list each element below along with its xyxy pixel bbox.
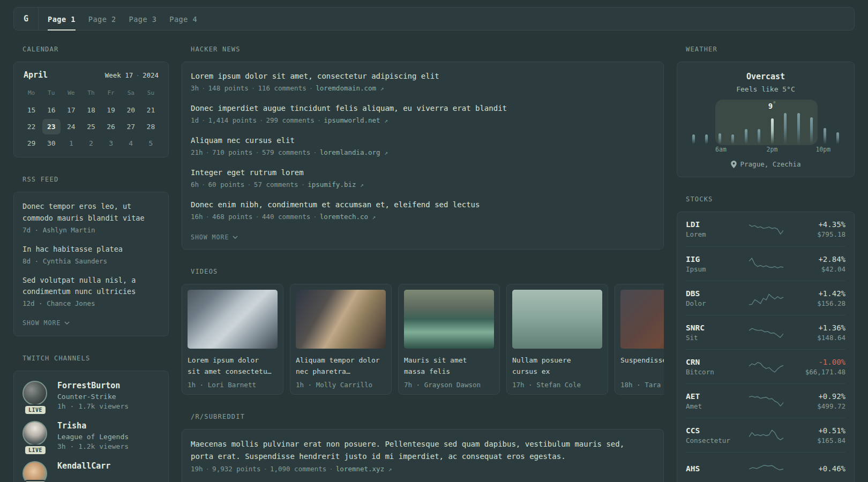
stock-row[interactable]: AET Amet +0.92% $499.72 [686, 383, 845, 418]
stock-ticker: SNRC [686, 323, 746, 332]
stock-values: +1.36% $148.64 [787, 323, 845, 342]
hackernews-item-title[interactable]: Donec imperdiet augue tincidunt felis al… [191, 103, 655, 114]
video-meta: 7h · Grayson Dawson [404, 381, 494, 389]
twitch-card: LIVE ForrestBurton Counter-Strike 1h · 1… [13, 371, 169, 482]
hackernews-item: Integer eget rutrum lorem 6h·60 points·5… [191, 167, 655, 189]
video-card[interactable]: Mauris sit amet massa felis 7h · Grayson… [398, 284, 500, 395]
weather-card: Overcast Feels like 5°C 9° 6am 2pm 10pm … [677, 62, 855, 177]
stock-change: +0.51% [787, 426, 845, 435]
calendar-header: April Week 17·2024 [21, 70, 161, 80]
twitch-channel-info: ForrestBurton Counter-Strike 1h · 1.7k v… [57, 381, 129, 410]
stock-sparkline [746, 256, 787, 272]
rss-item: Sed volutpat nulla nisl, a condimentum n… [23, 275, 160, 308]
video-thumbnail[interactable] [620, 290, 664, 349]
page-tab[interactable]: Page 3 [129, 7, 157, 31]
chevron-down-icon [233, 236, 238, 239]
twitch-channel-row[interactable]: LIVE KendallCarr [23, 461, 160, 482]
post-domain-link[interactable]: loremdomain.com ↗ [316, 84, 384, 92]
hackernews-item-title[interactable]: Donec enim nibh, condimentum et accumsan… [191, 199, 655, 210]
hackernews-item-title[interactable]: Integer eget rutrum lorem [191, 167, 655, 178]
channel-name[interactable]: KendallCarr [57, 461, 110, 471]
video-title[interactable]: Mauris sit amet massa felis [404, 355, 490, 378]
twitch-widget: TWITCH CHANNELS LIVE ForrestBurton Count… [13, 355, 169, 482]
hackernews-card: Lorem ipsum dolor sit amet, consectetur … [182, 62, 664, 250]
post-points: 710 points [212, 148, 252, 156]
stock-values: +1.42% $156.28 [787, 289, 845, 307]
rss-item-meta: 8d · Cynthia Saunders [23, 257, 160, 265]
live-badge: LIVE [25, 406, 46, 414]
post-domain-link[interactable]: loremtech.co ↗ [320, 213, 376, 221]
subreddit-widget: /R/SUBREDDIT Maecenas mollis pulvinar er… [182, 413, 664, 482]
twitch-section-title: TWITCH CHANNELS [23, 355, 169, 362]
top-nav: G Page 1 Page 2 Page 3 Page 4 [13, 7, 855, 31]
calendar-week-year: Week 17·2024 [105, 71, 159, 79]
weather-section-title: WEATHER [686, 46, 855, 53]
channel-name[interactable]: Trisha [57, 421, 129, 431]
rss-item-title[interactable]: In hac habitasse platea [23, 244, 160, 255]
hackernews-item-title[interactable]: Aliquam nec cursus elit [191, 135, 655, 146]
post-domain-link[interactable]: ipsumify.biz ↗ [308, 180, 363, 189]
dot-separator: · [206, 213, 210, 221]
video-title[interactable]: Nullam posuere cursus ex [512, 355, 598, 378]
video-title[interactable]: Aliquam tempor dolor nec pharetra… [296, 355, 381, 378]
channel-name[interactable]: ForrestBurton [57, 381, 129, 390]
calendar-day: 18 [81, 102, 101, 118]
page-tab[interactable]: Page 2 [88, 7, 116, 31]
hackernews-show-more-button[interactable]: SHOW MORE [191, 234, 238, 241]
external-link-icon: ↗ [384, 117, 388, 124]
video-title[interactable]: Lorem ipsum dolor sit amet consectetu… [188, 355, 273, 378]
stock-row[interactable]: CCS Consectetur +0.51% $165.84 [686, 418, 845, 452]
stock-row[interactable]: LDI Lorem +4.35% $795.18 [686, 212, 845, 246]
stock-identity: SNRC Sit [686, 323, 746, 342]
weather-hourly-chart: 9° 6am 2pm 10pm [689, 100, 842, 153]
post-domain-link[interactable]: loremnet.xyz ↗ [336, 465, 392, 473]
calendar-day: 4 [121, 135, 141, 152]
stock-row[interactable]: CRN Bitcorn -1.00% $66,171.48 [686, 349, 845, 383]
stock-ticker: LDI [686, 220, 746, 229]
stock-price: $795.18 [787, 230, 845, 238]
page-tab[interactable]: Page 1 [48, 7, 76, 31]
stock-identity: DBS Dolor [686, 289, 746, 307]
post-domain-link[interactable]: ipsumworld.net ↗ [324, 116, 388, 124]
stock-values: +0.46% [787, 464, 845, 475]
weather-feels-like: Feels like 5°C [688, 85, 843, 93]
video-title[interactable]: Suspendisse diam [620, 355, 664, 378]
rss-item-title[interactable]: Donec tempor eros leo, ut commodo mauris… [23, 201, 160, 224]
hackernews-item-title[interactable]: Lorem ipsum dolor sit amet, consectetur … [191, 71, 655, 82]
stock-row[interactable]: AHS +0.46% [686, 452, 845, 482]
video-card[interactable]: Lorem ipsum dolor sit amet consectetu… 1… [182, 284, 283, 395]
hackernews-item-meta: 21h·710 points·579 comments·loremlandia.… [191, 148, 655, 156]
twitch-channel-row[interactable]: LIVE ForrestBurton Counter-Strike 1h · 1… [23, 381, 160, 410]
post-time: 3h [191, 84, 199, 92]
stock-row[interactable]: SNRC Sit +1.36% $148.64 [686, 315, 845, 349]
video-card[interactable]: Nullam posuere cursus ex 17h · Stefan Co… [506, 284, 608, 395]
stocks-section-title: STOCKS [686, 195, 855, 203]
weather-hour-bar [771, 118, 774, 144]
subreddit-post-title[interactable]: Maecenas mollis pulvinar erat non posuer… [191, 438, 641, 462]
rss-item-title[interactable]: Sed volutpat nulla nisl, a condimentum n… [23, 275, 160, 298]
post-points: 60 points [208, 180, 245, 189]
stock-price: $499.72 [787, 402, 845, 410]
stock-name: Bitcorn [686, 368, 746, 376]
subreddit-post-meta: 19h·9,932 points·1,090 comments·loremnet… [191, 465, 655, 473]
page-tab[interactable]: Page 4 [169, 7, 197, 31]
left-column: CALENDAR April Week 17·2024 Mo Tu We Th … [13, 46, 169, 482]
stock-row[interactable]: IIG Ipsum +2.84% $42.04 [686, 246, 845, 281]
video-row: Lorem ipsum dolor sit amet consectetu… 1… [182, 284, 664, 395]
video-thumbnail[interactable] [188, 290, 278, 349]
rss-show-more-button[interactable]: SHOW MORE [23, 319, 70, 327]
video-card[interactable]: Suspendisse diam 18h · Tara [615, 284, 664, 395]
twitch-channel-row[interactable]: LIVE Trisha League of Legends 3h · 1.2k … [23, 421, 160, 450]
post-domain-link[interactable]: loremlandia.org ↗ [320, 148, 388, 156]
video-meta: 17h · Stefan Cole [512, 381, 602, 389]
video-thumbnail[interactable] [404, 290, 494, 349]
video-thumbnail[interactable] [296, 290, 386, 349]
calendar-day: 22 [21, 118, 41, 135]
video-thumbnail[interactable] [512, 290, 602, 349]
stock-row[interactable]: DBS Dolor +1.42% $156.28 [686, 281, 845, 315]
videos-section-title: VIDEOS [191, 268, 664, 275]
dot-separator: · [206, 148, 210, 156]
app-logo[interactable]: G [14, 7, 39, 30]
external-link-icon: ↗ [384, 149, 388, 156]
video-card[interactable]: Aliquam tempor dolor nec pharetra… 1h · … [290, 284, 392, 395]
